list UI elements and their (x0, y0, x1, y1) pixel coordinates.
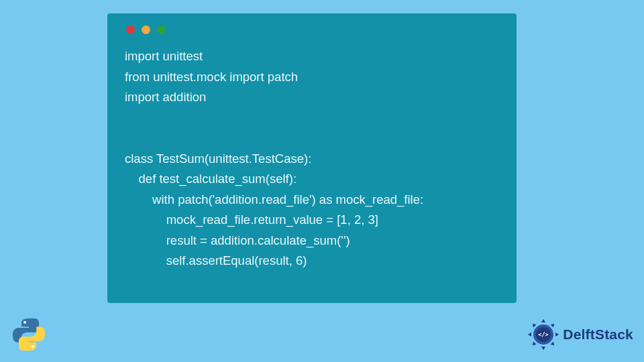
close-icon (126, 25, 135, 34)
delftstack-brand: </> DelftStack (527, 318, 633, 351)
code-line: class TestSum(unittest.TestCase): (125, 152, 311, 166)
traffic-lights (107, 13, 517, 44)
svg-point-1 (32, 345, 34, 348)
code-line: self.assertEqual(result, 6) (125, 253, 307, 267)
code-line: import unittest (125, 49, 203, 63)
delftstack-badge-icon: </> (527, 318, 560, 351)
code-line: with patch('addition.read_file') as mock… (125, 192, 423, 206)
code-window: import unittest from unittest.mock impor… (107, 13, 517, 303)
svg-marker-5 (555, 333, 559, 337)
code-line: result = addition.calculate_sum('') (125, 233, 350, 247)
svg-marker-3 (541, 347, 545, 350)
code-line: import addition (125, 90, 206, 104)
code-line: mock_read_file.return_value = [1, 2, 3] (125, 213, 378, 227)
code-block: import unittest from unittest.mock impor… (107, 44, 517, 278)
minimize-icon (142, 25, 150, 34)
maximize-icon (157, 25, 166, 34)
svg-marker-7 (531, 342, 537, 347)
code-line: from unittest.mock import patch (125, 70, 298, 84)
svg-marker-9 (551, 342, 556, 347)
svg-marker-8 (531, 322, 537, 328)
code-line: def test_calculate_sum(self): (125, 172, 297, 186)
svg-marker-2 (541, 319, 545, 322)
svg-text:</>: </> (539, 331, 549, 338)
brand-name: DelftStack (563, 326, 633, 343)
svg-marker-6 (551, 322, 556, 328)
svg-marker-4 (528, 333, 531, 337)
python-logo-icon (12, 318, 46, 351)
svg-point-0 (23, 321, 26, 324)
